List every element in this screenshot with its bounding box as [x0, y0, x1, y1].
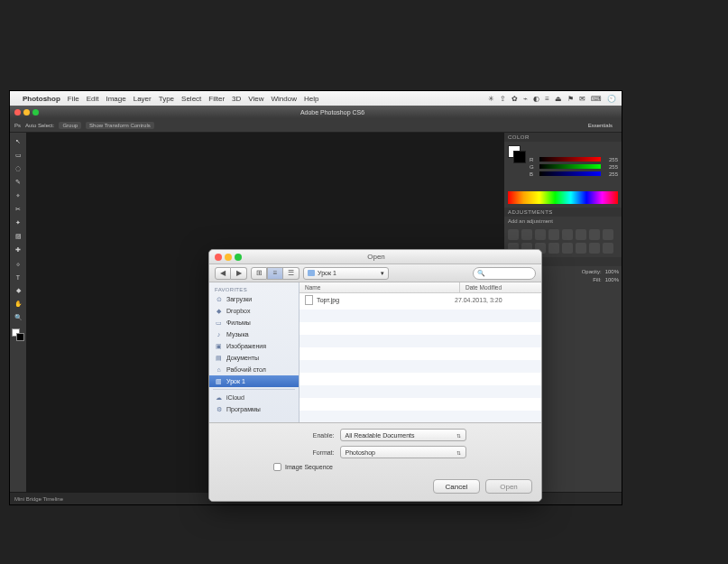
cancel-button[interactable]: Cancel [433, 479, 480, 494]
workspace-switcher[interactable]: Essentials [585, 122, 616, 129]
adjustment-icon[interactable] [589, 243, 600, 254]
menu-view[interactable]: View [248, 95, 263, 103]
adjustment-icon[interactable] [562, 229, 573, 240]
dialog-close-button[interactable] [215, 254, 222, 261]
autoselect-dropdown[interactable]: Group [59, 122, 81, 129]
hand-tool[interactable]: ✋ [12, 298, 24, 310]
list-view-button[interactable]: ≡ [267, 267, 283, 280]
column-view-button[interactable]: ☰ [283, 267, 299, 280]
sidebar-icon: ⌂ [215, 365, 223, 374]
enable-dropdown[interactable]: All Readable Documents⇅ [340, 429, 466, 441]
marquee-tool[interactable]: ▭ [12, 149, 24, 162]
dialog-titlebar: Open [209, 250, 541, 264]
adjustment-icon[interactable] [508, 229, 519, 240]
menu-help[interactable]: Help [304, 95, 318, 103]
menu-layer[interactable]: Layer [134, 95, 152, 103]
back-button[interactable]: ◀ [215, 267, 231, 280]
adjustment-icon[interactable] [603, 243, 613, 254]
sidebar-item[interactable]: ▭Фильмы [209, 317, 299, 328]
opacity-value[interactable]: 100% [605, 269, 619, 274]
move-tool[interactable]: ↖ [12, 135, 24, 148]
menu-image[interactable]: Image [106, 95, 125, 103]
b-slider[interactable] [539, 171, 601, 176]
col-date[interactable]: Date Modified [460, 282, 541, 292]
sidebar-item[interactable]: ⚙Программы [209, 403, 299, 415]
heal-tool[interactable]: ✚ [12, 244, 24, 256]
crop-tool[interactable]: ⌖ [12, 190, 24, 202]
menu-3d[interactable]: 3D [232, 95, 241, 103]
adjustment-icon[interactable] [603, 229, 613, 240]
sidebar-item[interactable]: ◆Dropbox [209, 305, 299, 317]
show-transform-checkbox[interactable]: Show Transform Controls [86, 122, 154, 129]
color-swatches[interactable] [12, 328, 24, 341]
fill-value[interactable]: 100% [605, 277, 619, 282]
close-button[interactable] [14, 109, 21, 116]
background-swatch[interactable] [16, 333, 24, 341]
g-slider[interactable] [539, 164, 601, 169]
col-name[interactable]: Name [299, 282, 460, 292]
pen-tool[interactable]: ◆ [12, 284, 24, 297]
sidebar-item[interactable]: ▣Изображения [209, 340, 299, 352]
format-dropdown[interactable]: Photoshop⇅ [340, 446, 466, 458]
type-tool[interactable]: T [12, 271, 24, 283]
menu-edit[interactable]: Edit [87, 95, 99, 103]
sidebar-item-label: Рабочий стол [226, 366, 266, 373]
sidebar-item[interactable]: ⊙Загрузки [209, 293, 299, 305]
sidebar-item[interactable]: ▥Урок 1 [209, 375, 299, 387]
wand-tool[interactable]: ✎ [12, 176, 24, 189]
adjustment-icon[interactable] [562, 243, 573, 254]
color-ramp[interactable] [508, 191, 618, 204]
menu-type[interactable]: Type [159, 95, 174, 103]
dialog-minimize-button[interactable] [225, 254, 232, 261]
status-icon[interactable]: ⏏ [555, 95, 562, 103]
zoom-tool[interactable]: 🔍 [12, 311, 24, 324]
adjustment-icon[interactable] [521, 229, 532, 240]
sidebar-item[interactable]: ⌂Рабочий стол [209, 364, 299, 375]
status-icon[interactable]: ⚑ [567, 95, 574, 103]
path-dropdown[interactable]: Урок 1 ▾ [303, 267, 389, 280]
search-field[interactable]: 🔍 [473, 267, 536, 280]
minimize-button[interactable] [23, 109, 30, 116]
lasso-tool[interactable]: ◌ [12, 162, 24, 175]
adjustment-icon[interactable] [548, 243, 559, 254]
sidebar-item[interactable]: ▤Документы [209, 352, 299, 364]
adjustment-icon[interactable] [535, 229, 546, 240]
menu-window[interactable]: Window [272, 95, 297, 103]
status-icon[interactable]: ✉ [579, 95, 585, 103]
adjustment-icon[interactable] [576, 243, 586, 254]
status-icon[interactable]: ⇪ [500, 95, 506, 103]
sidebar-item[interactable]: ☁iCloud [209, 392, 299, 403]
status-icon[interactable]: 🕙 [607, 95, 616, 103]
sidebar-header-favorites: FAVORITES [209, 284, 299, 293]
adjustments-panel-tab[interactable]: Adjustments [504, 208, 622, 217]
color-panel-tab[interactable]: Color [504, 133, 622, 142]
stamp-tool[interactable]: ▨ [12, 230, 24, 243]
checkbox-icon [273, 463, 281, 471]
file-row[interactable]: Торт.jpg27.04.2013, 3:20 [299, 293, 541, 307]
adjustment-icon[interactable] [576, 229, 586, 240]
eyedropper-tool[interactable]: ✂ [12, 203, 24, 216]
adjustment-icon[interactable] [589, 229, 600, 240]
panel-swatches[interactable] [508, 145, 526, 163]
status-icon[interactable]: ◐ [533, 95, 539, 103]
status-icon[interactable]: ✳ [488, 95, 494, 103]
adjustment-icon[interactable] [548, 229, 559, 240]
dialog-zoom-button[interactable] [235, 254, 242, 261]
menu-app[interactable]: Photoshop [23, 95, 60, 103]
icon-view-button[interactable]: ⊞ [251, 267, 267, 280]
open-button[interactable]: Open [485, 479, 532, 494]
forward-button[interactable]: ▶ [231, 267, 247, 280]
sidebar-item[interactable]: ♪Музыка [209, 328, 299, 340]
menu-file[interactable]: File [68, 95, 79, 103]
status-icon[interactable]: ⌨ [591, 95, 602, 103]
r-slider[interactable] [539, 157, 601, 162]
status-icon[interactable]: ✿ [511, 95, 518, 103]
menu-filter[interactable]: Filter [208, 95, 225, 103]
gradient-tool[interactable]: ⟐ [12, 257, 24, 270]
image-sequence-checkbox[interactable]: Image Sequence [273, 463, 532, 471]
zoom-button[interactable] [32, 109, 39, 116]
brush-tool[interactable]: ✦ [12, 217, 24, 229]
menu-select[interactable]: Select [181, 95, 201, 103]
status-icon[interactable]: ⌁ [523, 95, 528, 103]
status-icon[interactable]: ≡ [545, 95, 549, 103]
